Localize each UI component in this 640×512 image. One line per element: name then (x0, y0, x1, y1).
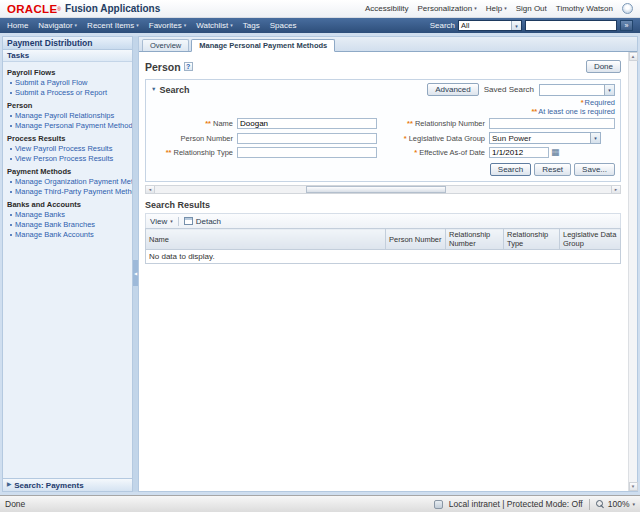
at-least-one-text: At least one is required (538, 107, 615, 116)
column-header-name[interactable]: Name (146, 229, 386, 250)
legislative-data-group-select[interactable]: Sun Power ▾ (489, 132, 601, 144)
nav-item-watchlist[interactable]: Watchlist▾ (196, 21, 233, 30)
tasks-body: Payroll Flows Submit a Payroll Flow Subm… (3, 62, 132, 478)
nav-item-spaces[interactable]: Spaces (270, 21, 297, 30)
task-link-manage-personal-payment-methods[interactable]: Manage Personal Payment Methods (10, 121, 130, 130)
required-marker: * (414, 148, 417, 157)
task-link-view-person-process-results[interactable]: View Person Process Results (10, 154, 130, 163)
page-title: Person (145, 61, 181, 73)
search-scope-select[interactable]: All ▾ (458, 20, 522, 31)
user-avatar-icon (622, 3, 633, 14)
accessibility-link[interactable]: Accessibility (365, 4, 409, 13)
relationship-type-input[interactable] (237, 147, 377, 158)
column-header-legislative-data-group[interactable]: Legislative Data Group (560, 229, 621, 250)
calendar-icon[interactable]: ▦ (551, 148, 560, 157)
empty-message: No data to display. (146, 250, 621, 264)
task-link-view-payroll-process-results[interactable]: View Payroll Process Results (10, 144, 130, 153)
global-search-input[interactable] (525, 20, 617, 31)
search-go-button[interactable]: » (620, 20, 633, 31)
chevron-down-icon: ▾ (632, 502, 635, 507)
nav-label: Tags (243, 21, 260, 30)
personalization-menu[interactable]: Personalization ▾ (417, 4, 476, 13)
saved-search-label: Saved Search (484, 85, 534, 94)
scrollbar-thumb[interactable] (306, 186, 446, 193)
search-payments-panel[interactable]: ▶ Search: Payments (3, 478, 132, 491)
relationship-number-label: **Relationship Number (381, 119, 485, 128)
task-link-manage-third-party-payment-methods[interactable]: Manage Third-Party Payment Methods (10, 187, 130, 196)
effective-date-input[interactable] (489, 147, 549, 158)
scroll-left-icon[interactable]: ◄ (146, 186, 155, 193)
scroll-right-icon[interactable]: ► (611, 186, 620, 193)
nav-item-tags[interactable]: Tags (243, 21, 260, 30)
person-number-label: Person Number (151, 134, 233, 143)
page-header: Person ? Done (145, 60, 621, 73)
nav-item-recent-items[interactable]: Recent Items▾ (87, 21, 139, 30)
nav-label: Spaces (270, 21, 297, 30)
task-link-manage-payroll-relationships[interactable]: Manage Payroll Relationships (10, 111, 130, 120)
task-link-manage-organization-payment-methods[interactable]: Manage Organization Payment Methods (10, 177, 130, 186)
vertical-scrollbar[interactable]: ▲ ▼ (628, 52, 637, 491)
detach-icon (184, 217, 193, 225)
task-link-manage-banks[interactable]: Manage Banks (10, 210, 130, 219)
horizontal-scrollbar[interactable]: ◄ ► (145, 185, 621, 194)
name-input[interactable] (237, 118, 377, 129)
task-link-manage-bank-branches[interactable]: Manage Bank Branches (10, 220, 130, 229)
relationship-type-label: **Relationship Type (151, 148, 233, 157)
help-label: Help (486, 4, 502, 13)
effective-date-label: *Effective As-of Date (381, 148, 485, 157)
tab-overview[interactable]: Overview (142, 39, 189, 51)
detach-button[interactable]: Detach (184, 217, 221, 226)
column-header-relationship-type[interactable]: Relationship Type (504, 229, 560, 250)
tab-strip: Overview Manage Personal Payment Methods (139, 37, 637, 52)
required-hint: *Required (151, 98, 615, 107)
section-title-payroll-flows: Payroll Flows (7, 68, 128, 77)
chevron-down-icon: ▾ (184, 23, 187, 28)
sign-out-link[interactable]: Sign Out (516, 4, 547, 13)
nav-label: Home (7, 21, 28, 30)
required-marker: ** (407, 119, 413, 128)
nav-label: Favorites (149, 21, 182, 30)
nav-item-favorites[interactable]: Favorites▾ (149, 21, 186, 30)
security-zone-text: Local intranet | Protected Mode: Off (449, 499, 583, 509)
main-body: ▲ ▼ Person ? Done ▼ Search (139, 52, 637, 491)
chevron-right-icon: ▶ (7, 482, 11, 488)
zoom-control[interactable]: 100% ▾ (596, 499, 635, 509)
task-link-submit-payroll-flow[interactable]: Submit a Payroll Flow (10, 78, 130, 87)
required-marker: ** (205, 119, 211, 128)
section-title-payment-methods: Payment Methods (7, 167, 128, 176)
required-text: Required (585, 98, 615, 107)
main-nav-bar: Home Navigator▾ Recent Items▾ Favorites▾… (0, 18, 640, 33)
scroll-up-icon[interactable]: ▲ (629, 52, 638, 61)
task-link-submit-process-report[interactable]: Submit a Process or Report (10, 88, 130, 97)
personalization-label: Personalization (417, 4, 472, 13)
search-button[interactable]: Search (490, 163, 531, 176)
detach-label: Detach (196, 217, 221, 226)
task-link-manage-bank-accounts[interactable]: Manage Bank Accounts (10, 230, 130, 239)
disclosure-down-icon: ▼ (151, 87, 156, 93)
chevron-down-icon: ▾ (590, 133, 600, 143)
nav-item-navigator[interactable]: Navigator▾ (38, 21, 77, 30)
save-button[interactable]: Save... (574, 163, 615, 176)
legislative-data-group-label-text: Legislative Data Group (409, 134, 485, 143)
chevron-down-icon: ▾ (474, 6, 477, 11)
search-panel-title[interactable]: ▼ Search (151, 85, 189, 95)
scroll-down-icon[interactable]: ▼ (629, 482, 638, 491)
app-title: Fusion Applications (65, 3, 160, 14)
advanced-button[interactable]: Advanced (427, 83, 479, 96)
view-menu-button[interactable]: View ▾ (150, 217, 173, 226)
nav-item-home[interactable]: Home (7, 21, 28, 30)
person-number-input[interactable] (237, 133, 377, 144)
column-header-relationship-number[interactable]: Relationship Number (446, 229, 504, 250)
reset-button[interactable]: Reset (534, 163, 571, 176)
help-icon[interactable]: ? (184, 62, 193, 71)
done-button[interactable]: Done (586, 60, 621, 73)
content-pane: Overview Manage Personal Payment Methods… (138, 36, 638, 492)
saved-search-select[interactable]: ▾ (539, 84, 615, 96)
results-toolbar: View ▾ Detach (145, 213, 621, 228)
chevron-down-icon: ▾ (504, 6, 507, 11)
column-header-person-number[interactable]: Person Number (386, 229, 446, 250)
tab-manage-personal-payment-methods[interactable]: Manage Personal Payment Methods (191, 39, 335, 52)
person-number-field (237, 133, 377, 144)
help-menu[interactable]: Help ▾ (486, 4, 507, 13)
relationship-number-input[interactable] (489, 118, 615, 129)
